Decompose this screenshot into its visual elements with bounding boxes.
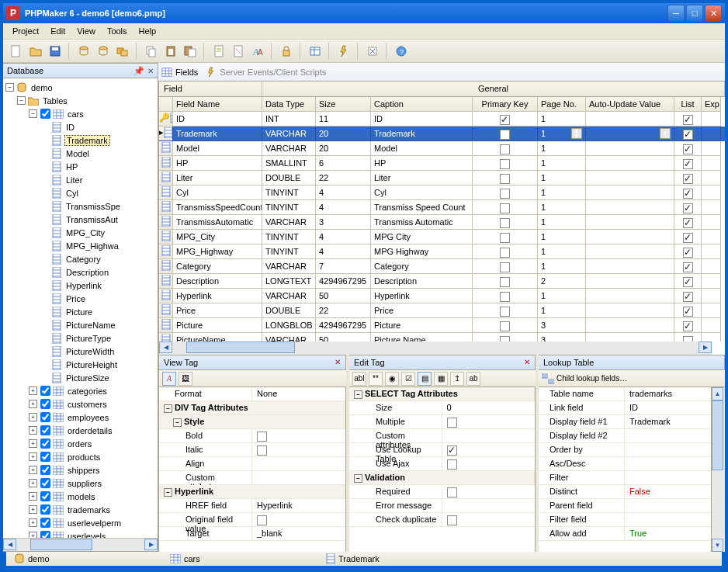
tree-node[interactable]: +orders — [5, 437, 158, 450]
chk-list[interactable] — [683, 130, 693, 140]
radio-icon[interactable]: ◉ — [385, 372, 399, 386]
prop-linkfield-val[interactable]: ID — [625, 401, 711, 414]
tree-node[interactable]: +employees — [5, 411, 158, 424]
tree-checkbox[interactable] — [40, 465, 50, 475]
tree-node[interactable]: Model — [5, 147, 158, 160]
scroll-thumb[interactable] — [30, 539, 92, 550]
grid-row[interactable]: MPG_HighwayTINYINT4MPG Highway1 — [159, 244, 725, 259]
panel-edit-tag-body[interactable]: −SELECT Tag Attributes Size0 Multiple Cu… — [349, 387, 536, 552]
lock-icon[interactable] — [278, 43, 295, 60]
grid-hscroll[interactable]: ◀ ▶ — [159, 341, 712, 355]
grid-col-3[interactable]: Caption — [371, 97, 473, 112]
scroll-up-icon[interactable]: ▲ — [712, 387, 723, 400]
child-lookup-label[interactable]: Child lookup fields… — [556, 374, 627, 383]
minimize-button[interactable]: ─ — [667, 5, 685, 22]
lightning-icon[interactable] — [335, 43, 352, 60]
checkbox-icon[interactable]: ☑ — [401, 372, 415, 386]
prop-distinct-val[interactable]: False — [625, 485, 711, 498]
chk-bold[interactable] — [257, 432, 267, 442]
chk-pk[interactable] — [500, 159, 510, 169]
prop-target-val[interactable]: _blank — [252, 527, 345, 540]
grid-row[interactable]: HyperlinkVARCHAR50Hyperlink1 — [159, 289, 725, 303]
tree-checkbox[interactable] — [40, 109, 50, 119]
table-icon[interactable] — [307, 43, 324, 60]
tree-node[interactable]: +categories — [5, 384, 158, 397]
chk-list[interactable] — [683, 189, 693, 199]
chk-pk[interactable] — [500, 321, 510, 331]
tree-node[interactable]: +userlevelperm — [5, 516, 158, 529]
scroll-right-icon[interactable]: ▶ — [144, 539, 158, 550]
chk-pk[interactable] — [500, 218, 510, 228]
tab-fields[interactable]: Fields — [161, 67, 198, 78]
grid-col-2[interactable]: Size — [316, 97, 371, 112]
format-text-icon[interactable]: A — [162, 372, 176, 386]
panel-edit-tag-tools[interactable]: abl ** ◉ ☑ ▤ ▦ ↥ ab — [349, 370, 536, 387]
chk-pk[interactable] — [500, 233, 510, 243]
grid-row[interactable]: ModelVARCHAR20Model1 — [159, 141, 725, 156]
chk-pk[interactable] — [500, 144, 510, 154]
tree-node[interactable]: MPG_City — [5, 226, 158, 239]
collapse-icon[interactable]: − — [354, 474, 362, 483]
chk-list[interactable] — [683, 144, 693, 154]
prop-errmsg-val[interactable] — [442, 499, 536, 512]
tree-node[interactable]: +userlevels — [5, 529, 158, 538]
grid-col-5[interactable]: Page No. — [538, 97, 586, 112]
panel-close-icon[interactable]: ✕ — [335, 358, 341, 367]
panel-close-icon[interactable]: ✕ — [524, 358, 530, 367]
grid-row[interactable]: CylTINYINT4Cyl1 — [159, 185, 725, 200]
chk-list[interactable] — [683, 159, 693, 169]
chk-list[interactable] — [683, 262, 693, 272]
hidden-icon[interactable]: ab — [466, 372, 480, 386]
tree-node[interactable]: PictureWidth — [5, 345, 158, 358]
chk-list[interactable] — [683, 321, 693, 331]
paste-icon[interactable] — [162, 43, 179, 60]
chk-list[interactable] — [683, 218, 693, 228]
chk-list[interactable] — [683, 115, 693, 125]
tree-checkbox[interactable] — [40, 399, 50, 409]
close-button[interactable]: ✕ — [705, 5, 722, 22]
grid-col-6[interactable]: Auto-Update Value — [586, 97, 674, 112]
grid-row[interactable]: DescriptionLONGTEXT4294967295Description… — [159, 274, 725, 289]
chk-use-lookup[interactable] — [447, 445, 457, 456]
paste-multi-icon[interactable] — [182, 43, 199, 60]
folders-icon[interactable] — [114, 43, 131, 60]
prop-filter-val[interactable] — [625, 471, 711, 484]
chk-pk[interactable] — [500, 203, 510, 213]
chk-list[interactable] — [683, 307, 693, 317]
scroll-left-icon[interactable]: ◀ — [3, 539, 16, 550]
tree-node[interactable]: Category — [5, 252, 158, 265]
grid-row[interactable]: CategoryVARCHAR7Category1 — [159, 259, 725, 274]
tree-node[interactable]: Description — [5, 265, 158, 279]
grid-row[interactable]: TransmissAutomaticVARCHAR3Transmiss Auto… — [159, 215, 725, 230]
textarea-icon[interactable]: ▦ — [434, 372, 448, 386]
grid-row[interactable]: LiterDOUBLE22Liter1 — [159, 171, 725, 185]
tree-node[interactable]: −demo — [5, 81, 158, 94]
format-image-icon[interactable]: 🖼 — [179, 372, 192, 386]
prop-align-val[interactable] — [252, 457, 345, 470]
tree-node[interactable]: +suppliers — [5, 477, 158, 490]
tree-node[interactable]: Hyperlink — [5, 279, 158, 292]
save-icon[interactable] — [47, 43, 64, 60]
db-sync-icon[interactable] — [75, 43, 92, 60]
prop-parent-val[interactable] — [625, 499, 711, 512]
tree-node[interactable]: PictureSize — [5, 371, 158, 384]
chk-use-ajax[interactable] — [447, 459, 457, 470]
grid-row[interactable]: MPG_CityTINYINT4MPG City1 — [159, 230, 725, 244]
menu-edit[interactable]: Edit — [46, 25, 70, 37]
tree-node[interactable]: HP — [5, 160, 158, 173]
chk-list[interactable] — [683, 277, 693, 287]
chk-list[interactable] — [683, 203, 693, 213]
tree-node[interactable]: +trademarks — [5, 503, 158, 516]
db-refresh-icon[interactable] — [95, 43, 112, 60]
chk-pk[interactable] — [500, 130, 510, 140]
menu-help[interactable]: Help — [134, 25, 161, 37]
tree-node[interactable]: +orderdetails — [5, 424, 158, 437]
chk-list[interactable] — [683, 292, 693, 302]
menu-view[interactable]: View — [72, 25, 100, 37]
prop-custom-attrs-val[interactable] — [442, 429, 536, 442]
password-icon[interactable]: ** — [369, 372, 383, 386]
collapse-icon[interactable]: − — [164, 404, 172, 413]
database-tree[interactable]: −demo−Tables−carsIDTrademarkModelHPLiter… — [3, 78, 158, 538]
collapse-icon[interactable]: − — [173, 418, 182, 427]
grid-col-1[interactable]: Data Type — [262, 97, 316, 112]
